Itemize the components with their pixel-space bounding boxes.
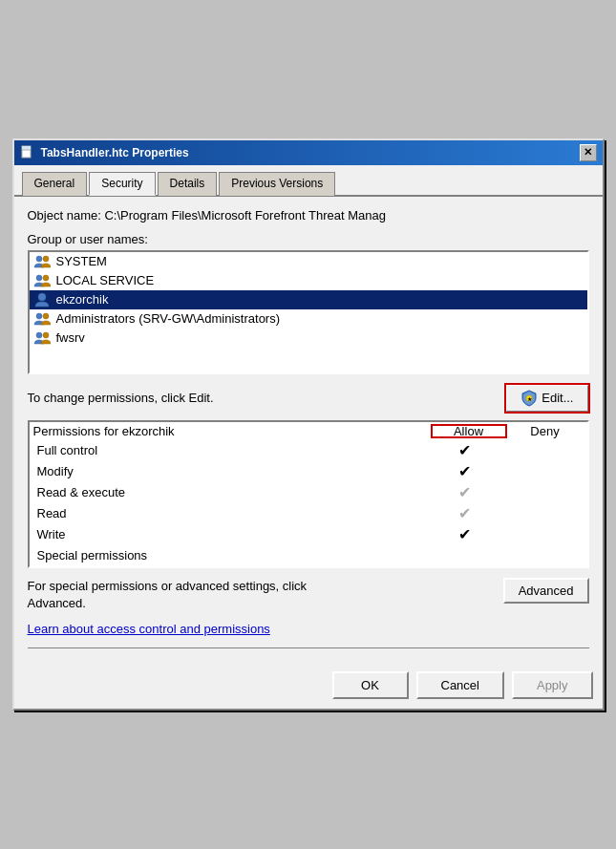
svg-point-7 <box>38 293 46 301</box>
perm-name-read-execute: Read & execute <box>37 485 427 499</box>
perm-allow-modify: ✔ <box>427 462 503 480</box>
advanced-section: For special permissions or advanced sett… <box>28 578 589 612</box>
perm-allow-read: ✔ <box>427 504 503 522</box>
tab-previous-versions[interactable]: Previous Versions <box>219 172 335 196</box>
bottom-buttons: OK Cancel Apply <box>14 666 603 709</box>
svg-point-4 <box>43 256 49 262</box>
perm-name-special: Special permissions <box>37 548 427 562</box>
user-icon-local-service <box>33 273 51 288</box>
edit-button[interactable]: ★ Edit... <box>505 384 588 413</box>
close-button[interactable]: ✕ <box>580 144 597 161</box>
perm-row-full-control: Full control ✔ <box>30 440 587 461</box>
user-name-administrators: Administrators (SRV-GW\Administrators) <box>56 311 281 326</box>
tab-security[interactable]: Security <box>89 172 155 196</box>
user-name-local-service: LOCAL SERVICE <box>56 273 155 287</box>
perm-name-modify: Modify <box>37 464 427 478</box>
object-name-value: C:\Program Files\Microsoft Forefront Thr… <box>104 208 386 223</box>
svg-point-10 <box>36 332 42 338</box>
object-name-row: Object name: C:\Program Files\Microsoft … <box>28 208 589 223</box>
perm-row-read-execute: Read & execute ✔ <box>30 482 587 503</box>
user-icon-fwsrv <box>33 330 51 346</box>
permissions-hint: To change permissions, click Edit. <box>28 391 214 405</box>
window-icon <box>20 145 35 160</box>
permissions-table: Permissions for ekzorchik Allow Deny Ful… <box>28 420 589 568</box>
properties-dialog: TabsHandler.htc Properties ✕ General Sec… <box>12 138 605 711</box>
perm-row-special: Special permissions <box>30 545 587 566</box>
permissions-header: Permissions for ekzorchik Allow Deny <box>30 422 587 440</box>
perm-row-read: Read ✔ <box>30 503 587 524</box>
tab-details[interactable]: Details <box>158 172 218 196</box>
user-item-fwsrv[interactable]: fwsrv <box>30 329 587 348</box>
svg-point-3 <box>36 256 42 262</box>
ok-button[interactable]: OK <box>332 671 409 699</box>
learn-link[interactable]: Learn about access control and permissio… <box>28 622 589 636</box>
svg-point-6 <box>43 275 49 281</box>
users-list[interactable]: SYSTEM LOCAL SERVICE ekzorchik <box>28 250 589 374</box>
user-item-local-service[interactable]: LOCAL SERVICE <box>30 271 587 290</box>
advanced-text: For special permissions or advanced sett… <box>28 578 333 612</box>
svg-point-5 <box>36 275 42 281</box>
bottom-divider <box>28 647 589 648</box>
advanced-button[interactable]: Advanced <box>503 578 589 604</box>
perm-name-full-control: Full control <box>37 443 427 457</box>
svg-point-9 <box>43 313 49 319</box>
permissions-hint-row: To change permissions, click Edit. ★ Edi… <box>28 384 589 413</box>
user-name-ekzorchik: ekzorchik <box>56 292 109 307</box>
perm-allow-read-execute: ✔ <box>427 483 503 501</box>
perm-row-write: Write ✔ <box>30 524 587 545</box>
edit-button-label: Edit... <box>542 391 573 405</box>
tab-general[interactable]: General <box>22 172 88 196</box>
cancel-button[interactable]: Cancel <box>416 671 504 699</box>
group-label: Group or user names: <box>28 232 589 246</box>
perm-name-write: Write <box>37 527 427 541</box>
user-item-system[interactable]: SYSTEM <box>30 252 587 271</box>
user-name-fwsrv: fwsrv <box>56 330 85 345</box>
user-item-ekzorchik[interactable]: ekzorchik <box>30 290 587 309</box>
user-icon-ekzorchik <box>33 292 51 308</box>
perm-allow-full-control: ✔ <box>427 441 503 459</box>
svg-point-11 <box>43 332 49 338</box>
allow-column-header: Allow <box>431 424 507 438</box>
tab-content: Object name: C:\Program Files\Microsoft … <box>14 197 603 666</box>
tabs-bar: General Security Details Previous Versio… <box>14 165 603 197</box>
svg-point-8 <box>36 313 42 319</box>
shield-icon: ★ <box>520 390 538 407</box>
svg-rect-1 <box>22 146 31 150</box>
user-icon-system <box>33 254 51 269</box>
window-title: TabsHandler.htc Properties <box>41 146 189 159</box>
perm-allow-write: ✔ <box>427 525 503 543</box>
svg-text:★: ★ <box>527 396 532 402</box>
user-name-system: SYSTEM <box>56 254 107 268</box>
perm-name-read: Read <box>37 506 427 520</box>
title-bar: TabsHandler.htc Properties ✕ <box>14 140 603 165</box>
perm-row-modify: Modify ✔ <box>30 461 587 482</box>
deny-column-header: Deny <box>507 424 584 438</box>
permissions-for-label: Permissions for ekzorchik <box>33 424 431 438</box>
user-icon-administrators <box>33 311 51 327</box>
apply-button[interactable]: Apply <box>512 671 593 699</box>
object-name-label: Object name: <box>28 208 101 223</box>
user-item-administrators[interactable]: Administrators (SRV-GW\Administrators) <box>30 309 587 329</box>
